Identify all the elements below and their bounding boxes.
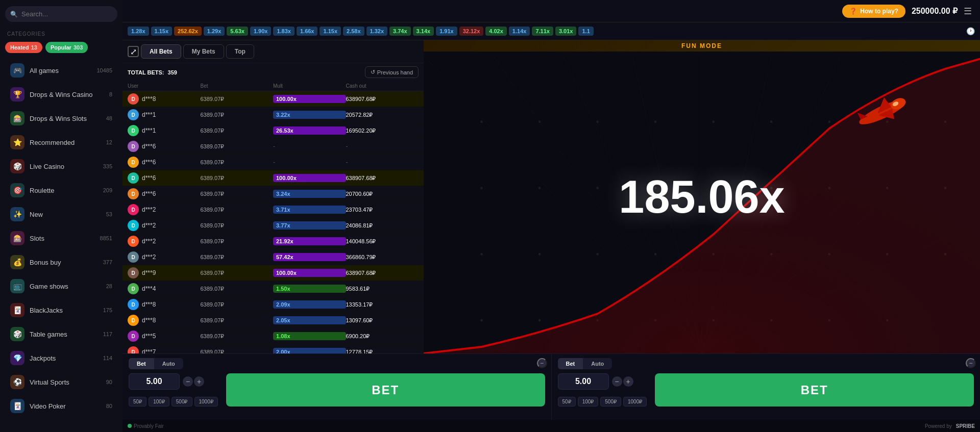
table-row: D d***6 6389.07₽ - - [122,155,424,170]
sidebar-item-slots[interactable]: 🎰 Slots 8851 [3,226,119,250]
bet-panel-1-tabs: Bet Auto [129,358,183,369]
multiplier-badge[interactable]: 1.15x [320,27,341,36]
quick-amount-button[interactable]: 500₽ [172,397,192,406]
quick-amount-button[interactable]: 100₽ [149,397,169,406]
username: d***9 [142,269,156,276]
bet-tab-bet-1[interactable]: Bet [129,358,154,369]
multiplier-badge[interactable]: 1.90x [250,27,272,36]
menu-button[interactable]: ☰ [964,6,972,17]
user-cell: D d***1 [128,125,201,136]
nav-icon-live-casino: 🎲 [10,159,24,173]
user-cell: D d***8 [128,299,201,310]
bet-decrease-1[interactable]: − [183,376,193,387]
multiplier-badge[interactable]: 1.1 [578,27,593,36]
bet-amount: 6389.07₽ [201,301,274,308]
mult-pill: 57.42x [273,253,346,261]
nav-count-video-poker: 80 [106,403,112,409]
prev-hand-button[interactable]: ↺ Previous hand [365,66,419,78]
username: d***4 [142,285,156,292]
multiplier-badge[interactable]: 3.01x [555,27,577,36]
sidebar-item-game-shows[interactable]: 📺 Game shows 28 [3,274,119,298]
nav-count-recommended: 12 [106,139,112,145]
multiplier-badge[interactable]: 1.15x [151,27,173,36]
mult-pill: 21.92x [273,237,346,245]
nav-list: 🎮 All games 10485 🏆 Drops & Wins Casino … [0,58,122,418]
expand-icon[interactable]: ⤢ [128,46,139,57]
quick-amount-button[interactable]: 50₽ [129,397,146,406]
cashout-value: 638907.68₽ [346,270,419,276]
sidebar-item-table-games[interactable]: 🎲 Table games 117 [3,322,119,346]
sidebar-item-drops-wins-slots[interactable]: 🎰 Drops & Wins Slots 48 [3,107,119,130]
nav-count-roulette: 209 [103,187,112,193]
multiplier-badge[interactable]: 7.11x [532,27,553,36]
bet-amount-input-2[interactable] [558,373,609,390]
username: d***1 [142,111,156,118]
sidebar-item-virtual-sports[interactable]: ⚽ Virtual Sports 90 [3,370,119,394]
bet-panel-2: − Bet Auto − + 50₽100₽500₽1000₽ BET [552,354,981,420]
sidebar-item-video-poker[interactable]: 🃏 Video Poker 80 [3,394,119,418]
table-row: D d***2 6389.07₽ 3.71x 23703.47₽ [122,202,424,218]
bet-tab-auto-2[interactable]: Auto [583,358,612,369]
bet-action-button-1[interactable]: BET [226,373,545,406]
multiplier-badge[interactable]: 1.14x [509,27,530,36]
bet-tab-bet-2[interactable]: Bet [558,358,583,369]
multiplier-badge[interactable]: 1.32x [366,27,388,36]
powered-by: Powered by SPRIBE [925,423,975,429]
bet-amount-input-1[interactable] [129,373,180,390]
quick-amount-button[interactable]: 50₽ [558,397,576,406]
search-input[interactable] [5,6,117,22]
multiplier-badge[interactable]: 1.28x [128,27,149,36]
bet-tab-auto-1[interactable]: Auto [154,358,183,369]
pill-popular[interactable]: Popular303 [45,42,88,53]
username: d***1 [142,127,156,134]
multiplier-badge[interactable]: 3.74x [389,27,411,36]
username: d***8 [142,95,156,103]
quick-amount-button[interactable]: 100₽ [578,397,599,406]
multiplier-badge[interactable]: 1.91x [436,27,457,36]
col-mult: Mult [273,83,346,89]
bet-decrease-2[interactable]: − [612,376,622,387]
multiplier-badge[interactable]: 4.02x [485,27,507,36]
sidebar-item-all-games[interactable]: 🎮 All games 10485 [3,59,119,82]
svg-point-30 [538,253,541,256]
sidebar-item-new[interactable]: ✨ New 53 [3,202,119,226]
how-to-play-button[interactable]: ❓ How to play? [842,5,905,18]
bet-amount: 6389.07₽ [201,254,274,261]
sidebar-item-bonus-buy[interactable]: 💰 Bonus buy 377 [3,250,119,274]
multiplier-badge[interactable]: 1.29x [204,27,225,36]
multiplier-badge[interactable]: 3.14x [413,27,434,36]
table-row: D d***6 6389.07₽ - - [122,139,424,155]
sidebar-item-jackpots[interactable]: 💎 Jackpots 114 [3,346,119,370]
sidebar-item-roulette[interactable]: 🎯 Roulette 209 [3,179,119,202]
close-panel-1-button[interactable]: − [537,358,547,368]
bet-increase-1[interactable]: + [194,376,204,387]
pill-heated[interactable]: Heated13 [5,42,42,53]
username: d***2 [142,222,156,229]
multiplier-badge[interactable]: 32.12x [459,27,484,36]
multiplier-badge[interactable]: 252.62x [174,27,202,36]
svg-point-17 [828,120,831,123]
sidebar-item-live-casino[interactable]: 🎲 Live Casino 335 [3,155,119,178]
bet-action-button-2[interactable]: BET [655,373,974,406]
avatar: D [128,172,139,184]
multiplier-badge[interactable]: 2.58x [343,27,364,36]
multiplier-badge[interactable]: 1.83x [273,27,295,36]
close-panel-2-button[interactable]: − [966,358,976,368]
tab-my-bets[interactable]: My Bets [183,44,224,59]
bets-list: D d***8 6389.07₽ 100.00x 638907.68₽ D d*… [122,91,424,353]
sidebar-item-blackjacks[interactable]: 🃏 BlackJacks 175 [3,298,119,322]
quick-amount-button[interactable]: 1000₽ [623,397,647,406]
bet-panel-2-tabs: Bet Auto [558,358,612,369]
sidebar-item-recommended[interactable]: ⭐ Recommended 12 [3,131,119,154]
bet-increase-2[interactable]: + [623,376,633,387]
quick-amount-button[interactable]: 1000₽ [194,397,218,406]
user-cell: D d***9 [128,267,201,278]
tab-all-bets[interactable]: All Bets [141,44,181,59]
cashout-dash: - [346,143,419,150]
sidebar-item-drops-wins-casino[interactable]: 🏆 Drops & Wins Casino 8 [3,83,119,106]
tab-top[interactable]: Top [226,44,254,59]
multiplier-badge[interactable]: 1.66x [297,27,318,36]
multiplier-badge[interactable]: 5.63x [227,27,248,36]
nav-label-live-casino: Live Casino [30,163,98,170]
quick-amount-button[interactable]: 500₽ [600,397,621,406]
